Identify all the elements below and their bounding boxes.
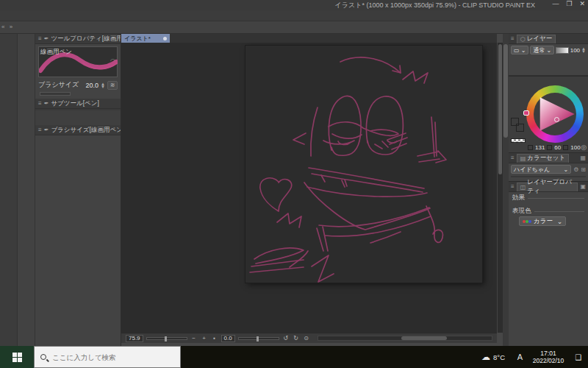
wrench-icon[interactable]: ⚙ — [573, 166, 578, 173]
brush-size-label: ブラシサイズ — [38, 80, 84, 90]
taskbar-search[interactable] — [34, 346, 181, 368]
color-set-tabrow: ≡ ▤ カラーセット ▦ — [509, 153, 588, 163]
current-colors — [511, 118, 527, 137]
brush-size-panel-icon: ✒ — [44, 127, 49, 133]
color-set-panel: ≡ ▤ カラーセット ▦ ハイドちゃん⌄ ⚙ ⊞ — [509, 152, 588, 181]
color-set-preset-dropdown[interactable]: ハイドちゃん⌄ — [511, 165, 571, 174]
color-set-preset-row: ハイドちゃん⌄ ⚙ ⊞ — [509, 163, 588, 175]
hue-marker[interactable] — [523, 110, 529, 116]
zoom-out-button[interactable]: − — [190, 335, 198, 342]
search-input[interactable] — [51, 353, 168, 362]
brush-size-panel-header[interactable]: ≡ ✒ ブラシサイズ[線画用ペン] — [35, 125, 121, 135]
panel-menu-icon[interactable]: ≡ — [38, 35, 42, 42]
weather-widget[interactable]: ☁ 8°C — [481, 352, 505, 362]
layer-property-tab[interactable]: ◫ レイヤープロパティ — [517, 183, 578, 191]
green-value: 60 — [554, 144, 561, 151]
vertical-scrollbar[interactable] — [497, 43, 503, 333]
brush-size-stepper[interactable]: ▲▼ — [101, 82, 105, 88]
rotation-slider[interactable] — [238, 337, 279, 340]
sv-cursor[interactable] — [554, 117, 559, 122]
pen-list-footer — [35, 118, 121, 125]
zoom-slider[interactable] — [146, 337, 187, 340]
layers-tabrow: ≡ ⬡ レイヤー — [509, 34, 588, 44]
maximize-button[interactable]: ❐ — [566, 0, 572, 7]
rotation-value[interactable]: 0.0 — [221, 335, 235, 342]
opacity-slider[interactable] — [556, 47, 569, 54]
expression-color-dropdown[interactable]: カラー ⌄ — [519, 216, 566, 226]
document-tab-close-icon[interactable] — [163, 37, 167, 40]
window-title: イラスト* (1000 x 1000px 350dpi 75.9%) - CLI… — [335, 1, 535, 10]
color-mode-toggle-icon[interactable]: ◎ — [581, 144, 587, 151]
right-dock-scrollbar[interactable] — [503, 34, 509, 346]
windows-logo-icon — [12, 353, 22, 362]
color-wheel-header — [509, 77, 588, 84]
system-tray: ☁ 8°C A 17:01 2022/02/10 ❑ — [481, 350, 588, 364]
reset-rotation-button[interactable]: ⊙ — [303, 335, 310, 342]
color-wheel-panel: 131 60 100 ◎ — [509, 76, 588, 152]
blue-value: 100 — [570, 144, 580, 151]
color-set-menu-icon[interactable]: ≡ — [511, 155, 514, 161]
clock-time: 17:01 — [540, 350, 556, 357]
layer-property-menu-icon[interactable]: ≡ — [511, 183, 514, 190]
action-center-icon[interactable]: ❑ — [570, 353, 587, 361]
lock-icon[interactable]: ◠ — [110, 57, 115, 64]
layer-property-tabrow: ≡ ◫ レイヤープロパティ ▣ — [509, 182, 588, 192]
layer-icon-row-2 — [509, 66, 588, 75]
blend-mode-dropdown[interactable]: 通常⌄ — [530, 46, 554, 54]
opacity-value[interactable]: 100 — [570, 47, 580, 54]
document-tabstrip: イラスト* — [121, 34, 497, 43]
layer-property-expand-icon[interactable]: ▣ — [580, 183, 586, 190]
close-button[interactable]: ✕ — [579, 0, 585, 7]
rotate-left-button[interactable]: ↺ — [282, 335, 290, 342]
panel-menu-icon[interactable]: ≡ — [38, 100, 42, 107]
layers-tab[interactable]: ⬡ レイヤー — [517, 35, 556, 43]
taskbar-clock[interactable]: 17:01 2022/02/10 — [528, 350, 569, 364]
layer-icon-row-1 — [509, 56, 588, 66]
ime-indicator[interactable]: A — [514, 353, 526, 361]
canvas-viewport[interactable] — [121, 43, 497, 333]
red-value: 131 — [535, 144, 545, 151]
brush-size-value[interactable]: 20.0 — [86, 82, 99, 89]
canvas-drawing — [245, 46, 482, 283]
sub-tool-header[interactable]: ≡ ✒ サブツール[ペン] — [35, 99, 121, 109]
titlebar: イラスト* (1000 x 1000px 350dpi 75.9%) - CLI… — [0, 0, 588, 10]
color-set-tab-icon: ▤ — [520, 155, 526, 162]
transparent-color-swatch[interactable] — [511, 138, 526, 143]
command-bar — [0, 21, 588, 34]
minimize-button[interactable]: — — [552, 0, 559, 7]
weather-icon: ☁ — [481, 352, 490, 362]
blend-controls: ▭ ⌄ 通常⌄ 100 ▲▼ — [509, 44, 588, 56]
document-tab[interactable]: イラスト* — [121, 34, 170, 43]
sub-tool-icon: ✒ — [44, 100, 49, 107]
weather-temp: 8°C — [493, 353, 505, 361]
brush-size-slider[interactable] — [40, 92, 71, 96]
canvas-statusbar: 75.9 − + ▪ 0.0 ↺ ↻ ⊙ — [121, 333, 497, 343]
rgb-readout: 131 60 100 — [528, 144, 581, 151]
layer-palette-option-dropdown[interactable]: ▭ ⌄ — [511, 46, 528, 54]
color-swatch-grid — [511, 176, 586, 177]
layers-menu-icon[interactable]: ≡ — [511, 35, 514, 42]
canvas-paper[interactable] — [245, 46, 482, 283]
tool-strip — [18, 34, 35, 346]
dock-collapse-arrows[interactable]: « » — [1, 24, 14, 30]
tool-property-header[interactable]: ≡ ✒ ツールプロパティ[線画用ペン] — [35, 34, 121, 44]
zoom-in-button[interactable]: + — [201, 335, 208, 342]
layer-property-panel: ≡ ◫ レイヤープロパティ ▣ 効果 表現色 カラー ⌄ — [509, 181, 588, 226]
fit-to-screen-button[interactable]: ▪ — [211, 335, 218, 342]
horizontal-scrollbar[interactable] — [318, 336, 492, 341]
color-set-tab[interactable]: ▤ カラーセット — [517, 154, 570, 163]
clock-date: 2022/02/10 — [533, 357, 564, 364]
windows-taskbar: ☁ 8°C A 17:01 2022/02/10 ❑ — [0, 346, 588, 368]
start-button[interactable] — [0, 346, 34, 368]
rotate-right-button[interactable]: ↻ — [293, 335, 300, 342]
brush-size-dynamics-button[interactable]: ≋ — [107, 81, 118, 90]
zoom-value[interactable]: 75.9 — [126, 335, 143, 342]
sub-color-swatch[interactable] — [516, 124, 524, 132]
new-color-set-icon[interactable]: ⊞ — [581, 166, 586, 173]
panel-menu-icon[interactable]: ≡ — [38, 127, 42, 133]
color-set-edit-icon[interactable]: ▦ — [580, 155, 586, 161]
opacity-stepper[interactable]: ▲▼ — [581, 47, 586, 53]
brush-stroke-preview: 線画用ペン ◠ — [38, 46, 118, 77]
green-swatch — [547, 145, 552, 150]
window-controls: — ❐ ✕ — [552, 0, 585, 7]
